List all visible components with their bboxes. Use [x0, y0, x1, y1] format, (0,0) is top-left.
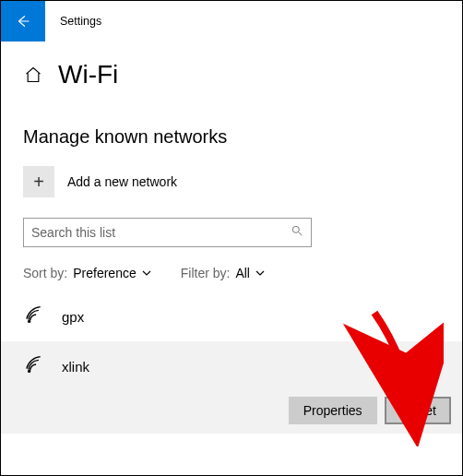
- sort-dropdown[interactable]: Sort by: Preference: [23, 266, 151, 280]
- back-button[interactable]: [1, 1, 45, 42]
- network-name: xlink: [62, 359, 89, 375]
- network-list: gpx xlink Properties Forget: [1, 280, 462, 434]
- forget-button[interactable]: Forget: [385, 397, 451, 424]
- svg-line-1: [299, 232, 303, 236]
- network-name: gpx: [62, 309, 84, 325]
- section-heading: Manage known networks: [1, 89, 462, 148]
- filter-label: Filter by:: [181, 266, 231, 280]
- filter-dropdown[interactable]: Filter by: All: [181, 266, 265, 280]
- add-network-label: Add a new network: [67, 174, 177, 189]
- search-input[interactable]: Search this list: [23, 218, 312, 247]
- svg-point-2: [28, 320, 30, 323]
- search-icon: [291, 224, 303, 241]
- plus-icon: +: [23, 166, 54, 197]
- search-row: Search this list: [1, 197, 462, 247]
- titlebar-title: Settings: [45, 15, 101, 28]
- home-button[interactable]: [23, 65, 43, 85]
- network-item[interactable]: gpx: [1, 293, 462, 339]
- wifi-icon: [25, 304, 49, 328]
- network-item-selected[interactable]: xlink Properties Forget: [1, 341, 462, 434]
- svg-point-3: [28, 370, 30, 373]
- network-actions: Properties Forget: [289, 397, 451, 424]
- sort-value: Preference: [73, 266, 136, 280]
- wifi-icon: [25, 354, 49, 378]
- home-icon: [24, 65, 42, 84]
- arrow-left-icon: [15, 13, 31, 30]
- properties-button[interactable]: Properties: [289, 397, 377, 424]
- search-placeholder: Search this list: [31, 225, 115, 240]
- svg-point-0: [292, 226, 299, 232]
- page-title: Wi-Fi: [58, 60, 118, 89]
- sort-label: Sort by:: [23, 266, 67, 280]
- header: Wi-Fi: [1, 42, 462, 89]
- add-network-button[interactable]: + Add a new network: [1, 148, 462, 197]
- list-controls: Sort by: Preference Filter by: All: [1, 247, 462, 280]
- titlebar: Settings: [1, 1, 462, 42]
- chevron-down-icon: [255, 266, 265, 280]
- filter-value: All: [235, 266, 250, 280]
- chevron-down-icon: [142, 266, 151, 280]
